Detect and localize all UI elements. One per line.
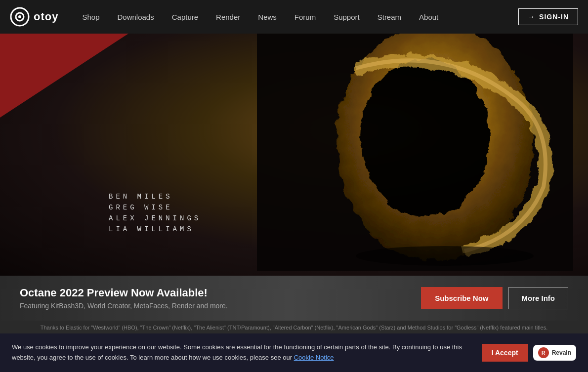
svg-point-6 xyxy=(356,246,534,266)
credits-text: Thanks to Elastic for "Westworld" (HBO),… xyxy=(41,325,548,331)
cookie-text: We use cookies to improve your experienc… xyxy=(12,342,472,363)
cookie-message: We use cookies to improve your experienc… xyxy=(12,343,462,361)
cast-line-4: LIA WILLIAMS xyxy=(109,225,201,233)
nav-item-capture[interactable]: Capture xyxy=(163,0,207,34)
hero-ring-image xyxy=(257,34,573,271)
otoy-logo-icon xyxy=(10,7,30,27)
promo-buttons: Subscribe Now More Info xyxy=(421,287,568,309)
svg-point-5 xyxy=(361,58,489,216)
cast-line-1: BEN MILES xyxy=(109,193,201,201)
hero-cast-overlay: BEN MILES GREG WISE ALEX JENNINGS LIA WI… xyxy=(109,193,201,236)
revain-badge: R Revain xyxy=(533,345,576,361)
nav-item-about[interactable]: About xyxy=(410,0,447,34)
signin-icon: → xyxy=(528,13,535,21)
accept-cookies-button[interactable]: I Accept xyxy=(482,344,528,362)
navbar: otoy Shop Downloads Capture Render News … xyxy=(0,0,588,34)
revain-label: Revain xyxy=(552,349,571,356)
signin-label: SIGN-IN xyxy=(539,13,569,21)
logo[interactable]: otoy xyxy=(10,7,58,27)
hero-section: BEN MILES GREG WISE ALEX JENNINGS LIA WI… xyxy=(0,34,588,276)
signin-button[interactable]: → SIGN-IN xyxy=(518,8,578,25)
cookie-notice-link[interactable]: Cookie Notice xyxy=(294,354,334,361)
svg-point-2 xyxy=(18,15,21,18)
nav-item-news[interactable]: News xyxy=(249,0,286,34)
red-triangle-decoration xyxy=(0,34,128,118)
nav-item-shop[interactable]: Shop xyxy=(73,0,108,34)
logo-text: otoy xyxy=(34,10,58,23)
promo-banner: Octane 2022 Preview Now Available! Featu… xyxy=(0,276,588,321)
nav-links: Shop Downloads Capture Render News Forum… xyxy=(73,0,518,34)
nav-item-downloads[interactable]: Downloads xyxy=(109,0,163,34)
nav-item-forum[interactable]: Forum xyxy=(286,0,325,34)
nav-item-render[interactable]: Render xyxy=(207,0,249,34)
promo-title: Octane 2022 Preview Now Available! xyxy=(20,287,228,299)
cookie-actions: I Accept R Revain xyxy=(482,344,576,362)
subscribe-now-button[interactable]: Subscribe Now xyxy=(421,287,502,309)
cast-line-2: GREG WISE xyxy=(109,204,201,211)
credits-bar: Thanks to Elastic for "Westworld" (HBO),… xyxy=(0,321,588,334)
promo-subtitle: Featuring KitBash3D, World Creator, Meta… xyxy=(20,302,228,310)
cast-line-3: ALEX JENNINGS xyxy=(109,214,201,222)
nav-item-support[interactable]: Support xyxy=(325,0,369,34)
promo-text-block: Octane 2022 Preview Now Available! Featu… xyxy=(20,287,228,310)
cookie-notice: We use cookies to improve your experienc… xyxy=(0,333,588,372)
more-info-button[interactable]: More Info xyxy=(508,287,569,309)
revain-logo-icon: R xyxy=(538,347,549,358)
nav-item-stream[interactable]: Stream xyxy=(369,0,410,34)
